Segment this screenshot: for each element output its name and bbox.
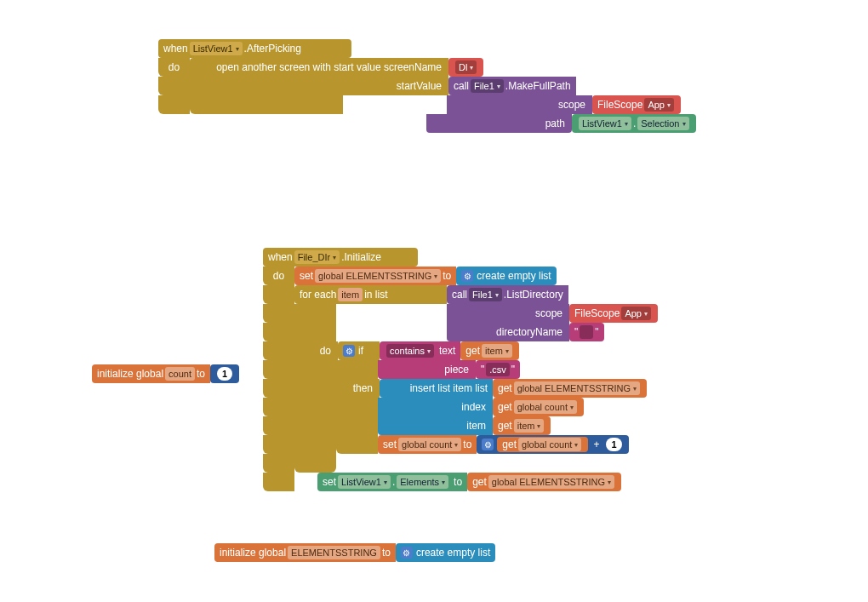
index-label: index — [378, 398, 493, 416]
open-screen-block[interactable]: open another screen with start value scr… — [190, 58, 448, 77]
gear-icon[interactable]: ⚙ — [482, 439, 494, 450]
when-keyword: when — [163, 43, 188, 54]
filescope-app[interactable]: FileScope App — [592, 95, 681, 114]
insert-list-item[interactable]: insert list item list — [380, 379, 493, 398]
foreach-header[interactable]: for each item in list — [294, 285, 447, 304]
then-label: then — [336, 379, 380, 398]
event-filedir-initialize[interactable]: when File_DIr .Initialize do set global … — [263, 248, 658, 491]
component-dropdown[interactable]: ListView1 — [190, 42, 243, 55]
inner-do: do — [294, 341, 338, 360]
number-literal[interactable]: 1 — [606, 438, 621, 451]
piece-label: piece — [378, 360, 476, 379]
gear-icon[interactable]: ⚙ — [461, 270, 473, 282]
math-add[interactable]: ⚙ get global count + 1 — [477, 435, 628, 454]
scope-label: scope — [447, 95, 592, 114]
get-elementsstring[interactable]: get global ELEMENTSSTRING — [467, 473, 621, 491]
component-filedir[interactable]: File_DIr — [294, 250, 340, 264]
number-literal[interactable]: 1 — [210, 364, 239, 383]
empty-string[interactable]: " " — [569, 323, 604, 341]
event-name: .AfterPicking — [244, 43, 301, 54]
do-label: do — [263, 267, 294, 285]
listview-selection[interactable]: ListView1 . Selection — [572, 114, 696, 133]
init-global-count[interactable]: initialize global count to 1 — [92, 364, 239, 383]
path-label: path — [426, 114, 572, 133]
event-listview-afterpicking[interactable]: when ListView1 .AfterPicking do open ano… — [158, 39, 696, 133]
gear-icon[interactable]: ⚙ — [401, 547, 413, 559]
create-empty-list[interactable]: ⚙ create empty list — [456, 267, 556, 285]
gear-icon[interactable]: ⚙ — [343, 345, 355, 357]
set-global-count[interactable]: set global count to — [378, 435, 477, 454]
csv-string[interactable]: " .csv " — [476, 360, 520, 379]
file-dropdown[interactable]: File1 — [471, 79, 504, 93]
contains-text[interactable]: contains text — [380, 341, 460, 360]
if-block[interactable]: ⚙ if — [338, 341, 380, 360]
filescope-app[interactable]: FileScope App — [569, 304, 658, 323]
call-file-makefullpath[interactable]: call File1 .MakeFullPath — [448, 77, 576, 95]
get-item[interactable]: get item — [460, 341, 518, 360]
get-item[interactable]: get item — [493, 416, 551, 435]
do-label: do — [158, 58, 190, 77]
get-global-count[interactable]: get global count — [497, 437, 588, 452]
get-global-count[interactable]: get global count — [493, 398, 584, 416]
init-global-elementsstring[interactable]: initialize global ELEMENTSSTRING to ⚙ cr… — [214, 543, 495, 562]
call-listdirectory[interactable]: call File1 .ListDirectory — [447, 285, 568, 304]
item-label: item — [378, 416, 493, 435]
set-elementsstring[interactable]: set global ELEMENTSSTRING to — [294, 267, 456, 285]
scope-label: scope — [447, 304, 569, 323]
dirname-label: directoryName — [447, 323, 569, 341]
start-value-label: startValue — [190, 77, 448, 95]
get-elementsstring[interactable]: get global ELEMENTSSTRING — [493, 379, 647, 398]
loop-var[interactable]: item — [338, 288, 363, 301]
create-empty-list[interactable]: ⚙ create empty list — [396, 543, 495, 562]
screen-name-value[interactable]: Dl — [448, 58, 483, 77]
var-name-elements[interactable]: ELEMENTSSTRING — [288, 546, 380, 559]
set-listview-elements[interactable]: set ListView1 . Elements to — [317, 473, 467, 491]
var-name-count[interactable]: count — [165, 367, 195, 381]
